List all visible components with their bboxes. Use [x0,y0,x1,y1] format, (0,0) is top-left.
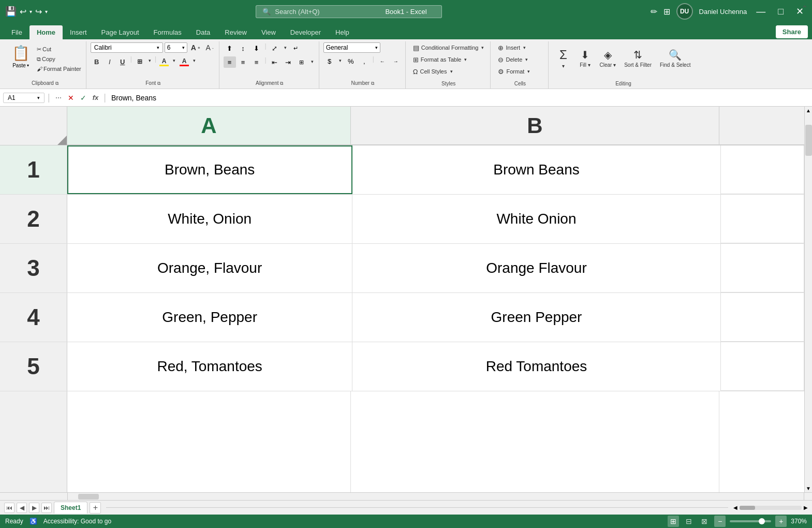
row-header-2[interactable]: 2 [0,195,67,243]
number-format-arrow[interactable]: ▾ [375,45,378,50]
cell-A2[interactable]: White, Onion [67,195,352,243]
paste-dropdown-arrow[interactable]: ▾ [27,63,29,68]
page-break-button[interactable]: ⊠ [699,516,710,527]
tab-help[interactable]: Help [328,25,357,39]
cell-B4[interactable]: Green Pepper [352,293,721,342]
copy-button[interactable]: ⧉ Copy [35,54,83,64]
align-right-button[interactable]: ≡ [250,56,263,68]
percent-button[interactable]: % [345,55,357,67]
sheet-nav-next[interactable]: ▶ [29,503,39,513]
row-header-4[interactable]: 4 [0,293,67,342]
italic-button[interactable]: I [104,55,116,68]
sheet-nav-last[interactable]: ⏭ [41,503,52,513]
tab-insert[interactable]: Insert [63,25,94,39]
cell-B1[interactable]: Brown Beans [352,145,721,194]
formula-confirm-button[interactable]: ✓ [78,93,88,103]
font-name-input[interactable]: Calibri ▾ [91,42,163,53]
currency-dropdown[interactable]: ▾ [337,55,344,66]
tab-developer[interactable]: Developer [283,25,328,39]
tab-page-layout[interactable]: Page Layout [94,25,146,39]
zoom-out-button[interactable]: − [714,516,726,527]
orientation-button[interactable]: ⤢ [269,42,281,54]
currency-button[interactable]: $ [323,55,336,67]
scroll-right-button[interactable]: ▶ [804,505,808,510]
underline-button[interactable]: U [116,55,129,68]
cell-ref-dropdown[interactable]: ▾ [37,95,40,100]
bottom-align-button[interactable]: ⬇ [250,42,263,54]
cell-A4[interactable]: Green, Pepper [67,293,352,342]
increase-font-button[interactable]: A+ [189,42,202,53]
horizontal-scrollbar[interactable] [67,493,804,500]
ribbon-collapse-button[interactable]: ⌃ [802,4,808,12]
zoom-level[interactable]: 370% [791,518,807,525]
find-select-button[interactable]: 🔍 Find & Select [657,42,693,74]
font-size-input[interactable]: 6 ▾ [165,42,187,53]
share-button[interactable]: Share [776,25,808,38]
avatar[interactable]: DU [676,3,693,20]
middle-align-button[interactable]: ↕ [237,42,249,54]
tab-review[interactable]: Review [217,25,254,39]
tab-view[interactable]: View [254,25,283,39]
minimize-button[interactable]: — [753,5,769,18]
border-button[interactable]: ⊞ [134,55,146,68]
scroll-up-button[interactable]: ▲ [805,107,812,114]
sheet-nav-prev[interactable]: ◀ [17,503,27,513]
tab-file[interactable]: File [4,25,29,39]
delete-dropdown[interactable]: ▾ [525,57,528,62]
bold-button[interactable]: B [91,55,103,68]
font-color-dropdown[interactable]: ▾ [191,55,198,66]
cell-B2[interactable]: White Onion [352,195,721,243]
row-header-5[interactable]: 5 [0,342,67,391]
format-as-table-button[interactable]: ⊞ Format as Table ▾ [410,54,470,65]
decrease-font-button[interactable]: A- [204,42,216,53]
increase-decimal-button[interactable]: → [390,55,402,67]
cell-A1[interactable]: Brown, Beans [67,145,352,194]
merge-button[interactable]: ⊞ [296,56,308,68]
col-header-B[interactable]: B [351,107,719,145]
cell-styles-dropdown[interactable]: ▾ [450,69,453,74]
tab-data[interactable]: Data [189,25,217,39]
zoom-in-button[interactable]: + [775,516,787,527]
delete-button[interactable]: ⊖ Delete ▾ [495,54,531,65]
conditional-formatting-button[interactable]: ▤ Conditional Formatting ▾ [410,42,488,53]
sheet-tab-sheet1[interactable]: Sheet1 [54,502,87,514]
tab-home[interactable]: Home [29,25,63,39]
top-align-button[interactable]: ⬆ [224,42,236,54]
align-center-button[interactable]: ≡ [237,56,249,68]
pen-icon[interactable]: ✏ [651,7,657,17]
orientation-dropdown[interactable]: ▾ [282,42,289,53]
wrap-text-button[interactable]: ↵ [290,42,302,54]
font-color-button[interactable]: A [178,55,190,68]
font-size-dropdown[interactable]: ▾ [182,45,185,50]
merge-dropdown[interactable]: ▾ [309,56,316,67]
decrease-indent-button[interactable]: ⇤ [269,56,281,68]
comma-button[interactable]: , [358,55,371,67]
cell-A3[interactable]: Orange, Flavour [67,244,352,292]
undo-icon[interactable]: ↩ [20,7,26,17]
format-dropdown[interactable]: ▾ [527,69,530,74]
autosum-button[interactable]: Σ ▾ [553,42,573,74]
maximize-button[interactable]: □ [775,5,787,18]
zoom-slider-thumb[interactable] [759,518,765,524]
increase-indent-button[interactable]: ⇥ [282,56,294,68]
paste-button[interactable]: 📋 Paste ▾ [7,42,34,76]
zoom-slider[interactable] [730,520,771,522]
cell-styles-button[interactable]: Ω Cell Styles ▾ [410,66,456,77]
add-sheet-button[interactable]: + [90,502,101,514]
col-header-A[interactable]: A [67,107,351,145]
format-as-table-dropdown[interactable]: ▾ [464,57,467,62]
redo-icon[interactable]: ↪ [35,7,42,17]
scroll-left-button[interactable]: ◀ [733,505,737,510]
normal-view-button[interactable]: ⊞ [668,516,679,527]
cell-reference-box[interactable]: A1 ▾ [3,93,45,103]
formula-function-button[interactable]: fx [91,93,101,102]
format-button[interactable]: ⚙ Format ▾ [495,66,533,77]
vertical-scrollbar[interactable]: ▲ ▼ [804,107,812,492]
sort-filter-button[interactable]: ⇅ Sort & Filter [621,42,655,74]
fill-color-dropdown[interactable]: ▾ [171,55,178,66]
border-dropdown[interactable]: ▾ [146,55,153,66]
page-layout-button[interactable]: ⊟ [683,516,695,527]
cell-B5[interactable]: Red Tomantoes [352,342,721,391]
align-left-button[interactable]: ≡ [224,56,236,68]
row-header-1[interactable]: 1 [0,145,67,194]
